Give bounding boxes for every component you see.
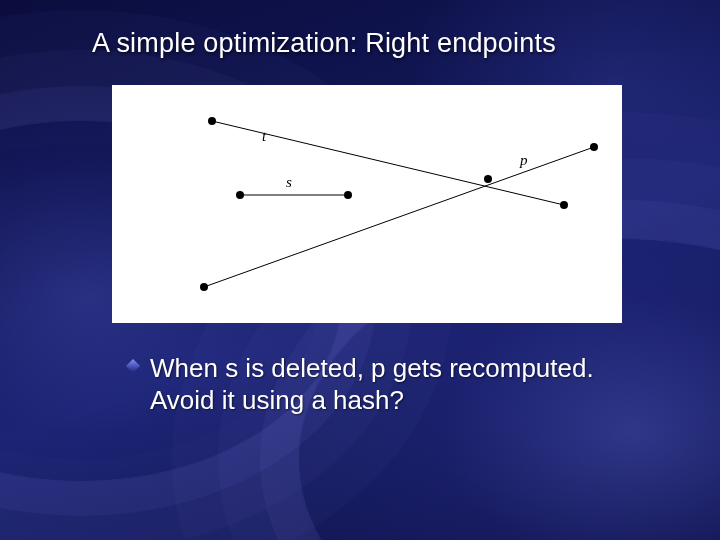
label-s: s (286, 174, 292, 190)
point-s-right (344, 191, 352, 199)
point-p (484, 175, 492, 183)
point-u-right (590, 143, 598, 151)
diagram-svg: t s p (112, 85, 622, 323)
diamond-bullet-icon (126, 359, 140, 373)
label-t: t (262, 128, 267, 144)
body-text-block: When s is deleted, p gets recomputed. Av… (150, 353, 640, 416)
point-w-left (200, 283, 208, 291)
point-s-left (236, 191, 244, 199)
diagram-lines (204, 121, 594, 287)
line-diag (204, 147, 594, 287)
body-line: When s is deleted, p gets recomputed. Av… (150, 353, 640, 416)
point-v-right (560, 201, 568, 209)
diagram-figure: t s p (112, 85, 622, 323)
point-t-left (208, 117, 216, 125)
label-p: p (519, 152, 528, 168)
slide: A simple optimization: Right endpoints t… (0, 0, 720, 540)
slide-title: A simple optimization: Right endpoints (92, 28, 670, 59)
diagram-points (200, 117, 598, 291)
